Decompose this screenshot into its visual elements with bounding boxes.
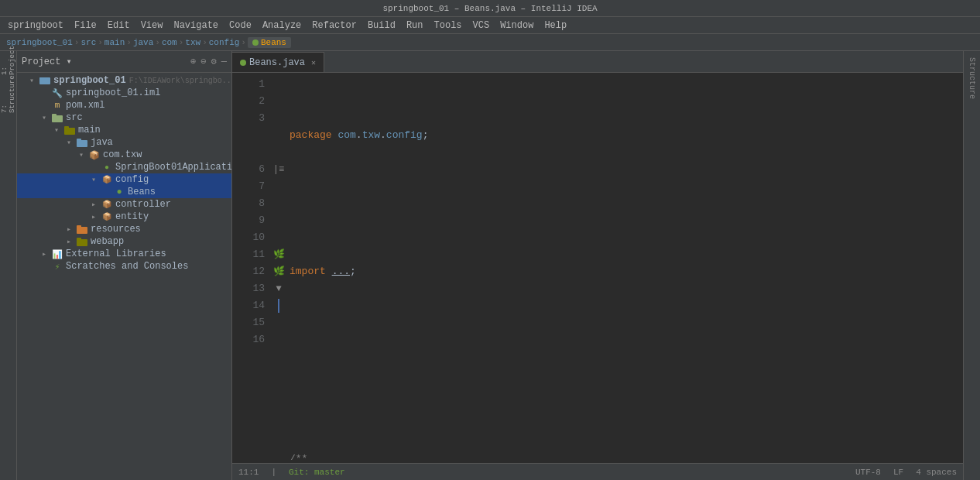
file-tree: ▾ springboot_01 F:\IDEAWork\springbo... … [17,73,231,480]
code-line-5 [290,382,963,399]
tab-close-beans[interactable]: ✕ [311,58,316,67]
bc-src[interactable]: src [81,38,96,47]
bottom-separator1: | [271,468,276,477]
menu-refactor[interactable]: Refactor [307,19,362,32]
menu-run[interactable]: Run [402,19,428,32]
tree-label-scratches: Scratches and Consoles [66,261,188,272]
tree-arrow-java: ▾ [67,138,76,147]
tree-label-comtxw: com.txw [103,149,142,160]
tab-beans-label: Beans.java [249,57,305,68]
tree-arrow-resources: ▸ [67,225,76,234]
project-icon-minimize[interactable]: — [221,57,227,67]
tree-item-pom[interactable]: m pom.xml [17,99,231,111]
external-libs-icon: 📊 [51,249,63,259]
tree-item-scratches[interactable]: ⚡ Scratches and Consoles [17,260,231,273]
svg-rect-1 [39,77,44,80]
tree-item-config[interactable]: ▾ 📦 config [17,173,231,186]
tree-item-main[interactable]: ▾ main [17,124,231,136]
tree-item-resources[interactable]: ▸ resources [17,223,231,235]
spring-icon-line12: 🌿 [273,263,285,280]
bc-com[interactable]: com [162,38,177,47]
tree-label-main: main [78,125,101,135]
tree-label-springbootapp: SpringBoot01Applicati... [115,162,231,173]
webapp-folder-icon [76,236,88,247]
code-area[interactable]: package com.txw.config; import ...; /** … [286,76,963,460]
menu-view[interactable]: View [136,19,168,32]
tree-item-comtxw[interactable]: ▾ 📦 com.txw [17,149,231,161]
tree-item-controller[interactable]: ▸ 📦 controller [17,198,231,211]
beans-dot-icon [252,39,259,46]
project-icon-settings[interactable]: ⚙ [211,56,217,67]
tree-label-springboot01: springboot_01 [53,75,126,86]
springapp-class-icon: ● [101,162,113,173]
bc-config[interactable]: config [209,38,240,47]
menu-window[interactable]: Window [495,19,538,32]
bc-java[interactable]: java [133,38,153,47]
bc-main[interactable]: main [105,38,125,47]
tree-item-beans[interactable]: ● Beans [17,186,231,198]
svg-rect-5 [64,126,69,129]
tree-label-beans: Beans [128,187,156,197]
tree-item-webapp[interactable]: ▸ webapp [17,235,231,248]
tree-arrow-controller: ▸ [91,200,101,209]
code-line-3: import ...; [290,263,963,280]
tree-item-springbootapp[interactable]: ● SpringBoot01Applicati... [17,161,231,173]
menu-file[interactable]: File [70,19,101,32]
tree-item-springboot01[interactable]: ▾ springboot_01 F:\IDEAWork\springbo... [17,74,231,87]
menu-analyze[interactable]: Analyze [258,19,306,32]
resources-folder-icon [76,224,88,235]
left-tool-strip: 1: Project 7: Structure [0,51,17,480]
project-tool-icon[interactable]: 1: Project [2,54,15,67]
fold-method[interactable]: ▼ [276,280,281,297]
bottom-git: Git: master [289,468,345,477]
menu-navigate[interactable]: Navigate [169,19,223,32]
bottom-encoding[interactable]: UTF-8 [855,468,881,477]
title-bar: springboot_01 – Beans.java – IntelliJ ID… [0,0,980,17]
bottom-indent[interactable]: 4 spaces [916,468,957,477]
tab-beans[interactable]: Beans.java ✕ [232,52,324,72]
tree-item-iml[interactable]: 🔧 springboot_01.iml [17,87,231,99]
controller-package-icon: 📦 [101,199,113,210]
bc-beans[interactable]: Beans [248,37,291,48]
tree-item-java[interactable]: ▾ java [17,136,231,149]
tree-arrow-main: ▾ [54,125,63,135]
editor-content[interactable]: 1 2 3 6 7 8 9 10 11 12 13 14 15 16 [232,73,963,463]
tree-label-src: src [66,112,83,123]
tree-label-entity: entity [115,211,149,222]
menu-help[interactable]: Help [540,19,571,32]
menu-springboot[interactable]: springboot [3,19,68,32]
structure-panel-label[interactable]: Structure [966,54,978,102]
tab-beans-icon [240,60,246,66]
menu-code[interactable]: Code [224,19,256,32]
tree-item-src[interactable]: ▾ src [17,111,231,124]
main-folder-icon [63,125,76,135]
iml-file-icon: 🔧 [51,87,63,98]
breadcrumb: springboot_01 › src › main › java › com … [0,34,980,51]
project-icon-add[interactable]: ⊕ [190,56,196,67]
project-icon-remove[interactable]: ⊖ [200,56,206,67]
entity-package-icon: 📦 [101,211,113,222]
fold-javadoc[interactable]: |≡ [273,161,284,178]
menu-bar: springboot File Edit View Navigate Code … [0,17,980,34]
project-folder-icon [39,75,51,86]
menu-edit[interactable]: Edit [103,19,135,32]
tree-label-webapp: webapp [91,236,124,247]
src-folder-icon [51,112,63,123]
code-line-4 [290,331,963,348]
tree-label-resources: resources [91,224,141,235]
tree-item-entity[interactable]: ▸ 📦 entity [17,211,231,223]
tree-item-external-libs[interactable]: ▸ 📊 External Libraries [17,248,231,260]
xml-file-icon: m [51,100,63,111]
bottom-bar: 11:1 | Git: master UTF-8 LF 4 spaces [232,463,963,480]
structure-tool-icon[interactable]: 7: Structure [2,88,15,101]
bottom-linesep[interactable]: LF [893,468,903,477]
tree-path-springboot01: F:\IDEAWork\springbo... [129,77,231,85]
config-package-icon: 📦 [101,174,113,185]
tree-arrow-comtxw: ▾ [79,150,88,159]
svg-rect-11 [77,238,81,241]
menu-tools[interactable]: Tools [430,19,467,32]
menu-build[interactable]: Build [363,19,400,32]
tree-label-iml: springboot_01.iml [66,87,160,98]
bc-txw[interactable]: txw [185,38,200,47]
menu-vcs[interactable]: VCS [468,19,495,32]
